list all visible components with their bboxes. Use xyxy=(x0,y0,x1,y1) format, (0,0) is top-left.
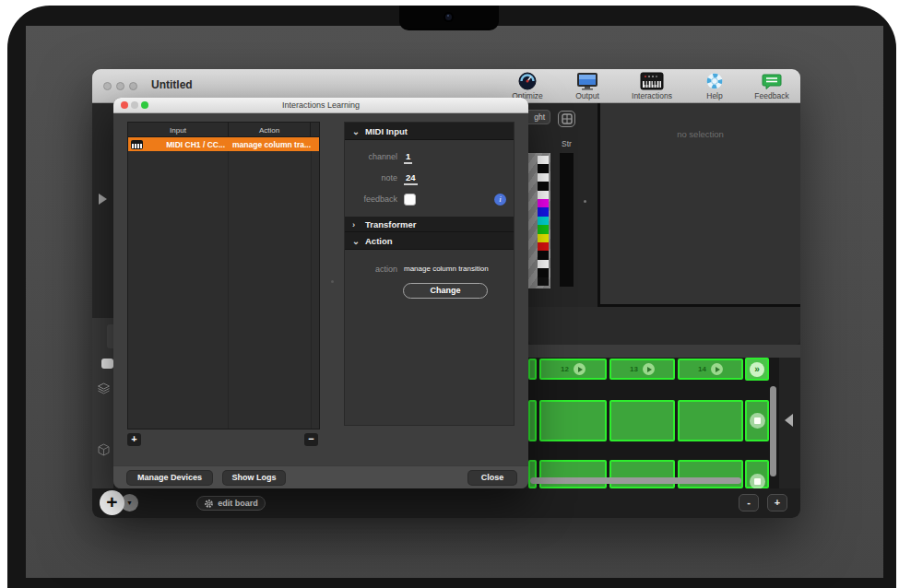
extra-column-header xyxy=(311,123,319,136)
column-header-partial[interactable] xyxy=(528,359,537,380)
column-header-14[interactable]: 14 xyxy=(678,359,743,380)
midi-input-section-header[interactable]: ⌄ MIDI Input xyxy=(345,123,514,140)
media-thumbnail[interactable] xyxy=(560,153,574,287)
remove-interaction-button[interactable]: − xyxy=(304,433,318,446)
edit-board-label: edit board xyxy=(218,499,258,508)
stop-icon[interactable] xyxy=(750,474,765,489)
edit-board-button[interactable]: edit board xyxy=(196,496,266,511)
test-pattern-swatches xyxy=(538,156,549,286)
feedback-checkbox[interactable] xyxy=(404,194,416,206)
action-section-header[interactable]: ⌄ Action xyxy=(345,232,514,250)
optimize-gauge-icon xyxy=(498,71,557,90)
show-logs-button[interactable]: Show Logs xyxy=(223,471,285,485)
row-input-value: MIDI CH1 / CC... xyxy=(143,140,229,149)
channel-label: channel xyxy=(368,152,397,161)
dialog-titlebar: Interactions Learning xyxy=(113,98,528,113)
gear-icon xyxy=(204,499,214,509)
pattern-swatch xyxy=(538,164,549,172)
clip-cell[interactable] xyxy=(678,400,743,441)
output-display-icon xyxy=(558,71,617,90)
note-label: note xyxy=(381,173,397,182)
toolbar-help-button[interactable]: Help xyxy=(685,71,744,102)
dashboard-bottom-strip xyxy=(528,307,800,345)
clip-cell[interactable] xyxy=(528,460,537,488)
stop-cell[interactable] xyxy=(745,400,769,441)
chevron-down-icon: ⌄ xyxy=(352,232,360,250)
zoom-icon[interactable] xyxy=(129,82,137,90)
note-value-field[interactable]: 24 xyxy=(404,172,418,185)
manage-devices-button[interactable]: Manage Devices xyxy=(127,471,212,485)
add-interaction-button[interactable]: + xyxy=(127,433,141,446)
pattern-swatch xyxy=(538,182,549,190)
column-number: 14 xyxy=(698,365,706,373)
info-icon[interactable]: i xyxy=(494,194,506,206)
channel-value-field[interactable]: 1 xyxy=(404,151,412,164)
fast-forward-icon[interactable]: » xyxy=(750,362,764,377)
table-row-selected[interactable]: MIDI CH1 / CC... manage column tra... xyxy=(128,137,319,151)
collapse-panel-icon[interactable] xyxy=(785,414,793,427)
pattern-swatch xyxy=(538,242,549,251)
clip-cell[interactable] xyxy=(539,460,607,488)
play-column-icon[interactable] xyxy=(711,363,723,375)
interactions-table: Input Action MIDI CH1 / CC... manage col… xyxy=(127,122,320,429)
action-label: action xyxy=(375,265,397,274)
column-header-12[interactable]: 12 xyxy=(539,359,607,380)
feedback-label: feedback xyxy=(363,194,397,204)
clip-cell[interactable] xyxy=(539,400,607,441)
toolbar-output-button[interactable]: Output xyxy=(558,71,617,102)
pattern-swatch xyxy=(538,217,549,225)
stop-cell[interactable] xyxy=(745,460,769,488)
section-title: Transformer xyxy=(365,219,416,229)
grid-view-button[interactable] xyxy=(558,111,575,127)
action-column-header[interactable]: Action xyxy=(229,123,311,136)
close-icon[interactable] xyxy=(103,82,112,90)
panel-divider-dot xyxy=(584,200,586,203)
toolbar-label: Feedback xyxy=(742,91,801,100)
change-action-button[interactable]: Change xyxy=(403,283,488,299)
zoom-out-button[interactable]: - xyxy=(739,494,759,512)
dialog-footer: Manage Devices Show Logs Close xyxy=(113,465,528,488)
inspector-panel: no selection xyxy=(597,103,800,307)
interaction-detail-panel: ⌄ MIDI Input channel 1 note 24 feedback … xyxy=(344,122,515,426)
splitter-dot[interactable] xyxy=(331,280,334,283)
input-column-header[interactable]: Input xyxy=(128,123,229,136)
zoom-in-button[interactable]: + xyxy=(767,494,787,512)
minimize-icon[interactable] xyxy=(116,82,124,90)
interactions-piano-icon xyxy=(622,71,681,90)
feedback-row: feedback i xyxy=(345,190,514,217)
dialog-title: Interactions Learning xyxy=(113,100,528,110)
play-column-icon[interactable] xyxy=(643,363,655,375)
toolbar-label: Output xyxy=(558,91,617,100)
add-layer-button[interactable]: + xyxy=(100,490,124,515)
clip-cell[interactable] xyxy=(678,460,743,488)
sidebar-toggle[interactable] xyxy=(101,359,113,369)
column-header-13[interactable]: 13 xyxy=(609,359,675,380)
chevron-down-icon: ⌄ xyxy=(352,123,360,140)
cube-icon[interactable] xyxy=(98,443,110,460)
chevron-right-icon: › xyxy=(352,217,355,232)
feedback-bubble-icon xyxy=(742,71,801,90)
section-title: MIDI Input xyxy=(365,126,408,136)
no-selection-text: no selection xyxy=(600,129,800,139)
sidebar-top xyxy=(92,103,113,318)
toolbar-feedback-button[interactable]: Feedback xyxy=(742,71,801,102)
expand-sidebar-icon[interactable] xyxy=(99,194,107,205)
clip-cell[interactable] xyxy=(609,400,675,441)
toolbar-interactions-button[interactable]: Interactions xyxy=(622,71,681,102)
layers-icon[interactable] xyxy=(97,382,111,398)
transformer-section-header[interactable]: › Transformer xyxy=(345,217,514,232)
screenshot-stage: Untitled Optimize Output Interactions He… xyxy=(0,0,899,588)
board-gap-band xyxy=(528,345,800,358)
play-column-icon[interactable] xyxy=(574,363,586,375)
transition-cell[interactable]: » xyxy=(745,358,769,381)
clip-cell[interactable] xyxy=(528,400,537,441)
stop-icon[interactable] xyxy=(750,413,765,429)
pattern-swatch xyxy=(538,207,549,216)
board-vertical-scrollbar[interactable] xyxy=(770,386,776,476)
row-action-value: manage column tra... xyxy=(229,140,311,149)
clip-cell[interactable] xyxy=(609,460,675,488)
camera-icon xyxy=(445,14,452,20)
close-button[interactable]: Close xyxy=(468,471,516,485)
section-title: Action xyxy=(365,236,393,246)
board-horizontal-scrollbar[interactable] xyxy=(530,477,741,484)
